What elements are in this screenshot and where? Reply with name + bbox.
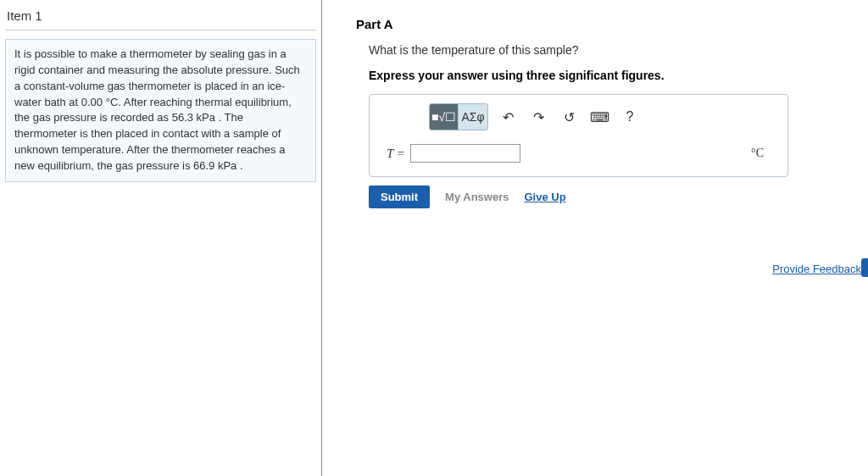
instruction-text: Express your answer using three signific… <box>369 69 851 82</box>
question-text: What is the temperature of this sample? <box>369 43 851 57</box>
variable-label: T = <box>387 147 405 161</box>
answer-box: ■√☐ ΑΣφ ↶ ↷ ↺ ⌨ ? T = °C <box>369 94 788 177</box>
right-panel: Part A What is the temperature of this s… <box>322 0 868 476</box>
provide-feedback-link[interactable]: Provide Feedback <box>772 263 861 275</box>
reset-icon[interactable]: ↺ <box>554 104 583 130</box>
my-answers-label: My Answers <box>445 191 509 203</box>
unit-label: °C <box>751 147 764 160</box>
answer-row: T = °C <box>378 137 779 168</box>
submit-row: Submit My Answers Give Up <box>369 185 851 208</box>
feedback-tab[interactable] <box>861 258 868 277</box>
greek-button[interactable]: ΑΣφ <box>459 104 487 130</box>
left-panel: Item 1 It is possible to make a thermome… <box>0 0 322 476</box>
help-icon[interactable]: ? <box>615 104 644 130</box>
main-container: Item 1 It is possible to make a thermome… <box>0 0 868 476</box>
submit-button[interactable]: Submit <box>369 185 430 208</box>
equation-toolbar: ■√☐ ΑΣφ ↶ ↷ ↺ ⌨ ? <box>378 103 779 137</box>
tb-group-format: ■√☐ ΑΣφ <box>429 103 488 130</box>
undo-icon[interactable]: ↶ <box>493 104 522 130</box>
item-header: Item 1 <box>5 7 316 30</box>
keyboard-icon[interactable]: ⌨ <box>585 104 614 130</box>
answer-input[interactable] <box>410 144 520 163</box>
problem-statement: It is possible to make a thermometer by … <box>5 39 316 182</box>
redo-icon[interactable]: ↷ <box>524 104 553 130</box>
templates-icon[interactable]: ■√☐ <box>430 104 459 130</box>
give-up-link[interactable]: Give Up <box>524 191 565 203</box>
part-header: Part A <box>356 17 851 31</box>
